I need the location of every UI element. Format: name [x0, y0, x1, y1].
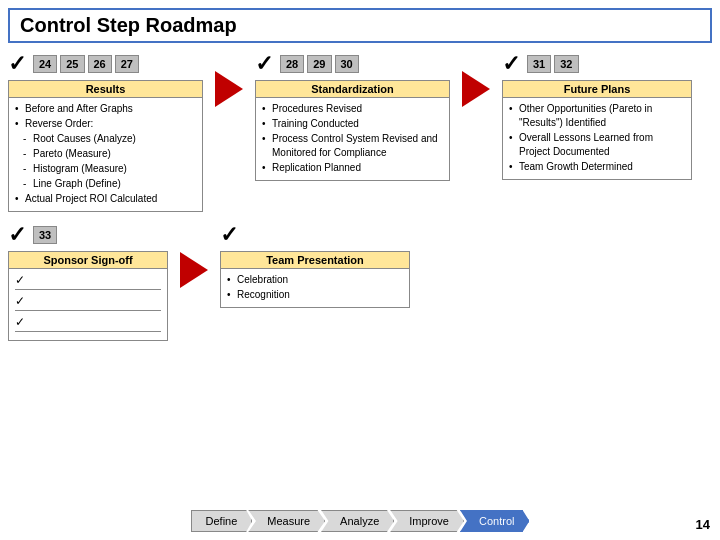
step-24: 24: [33, 55, 57, 73]
team-body: Celebration Recognition: [221, 269, 409, 307]
std-box: Standardization Procedures Revised Train…: [255, 80, 450, 181]
page-container: Control Step Roadmap ✓ 24 25 26 27 Resul…: [0, 0, 720, 540]
sign-line-3: ✓: [15, 315, 161, 332]
list-item: Reverse Order:: [15, 117, 196, 131]
arrow-1: [211, 71, 247, 107]
future-header: Future Plans: [503, 81, 691, 98]
results-header: Results: [9, 81, 202, 98]
step-25: 25: [60, 55, 84, 73]
tab-control[interactable]: Control: [460, 510, 529, 532]
arrow-3: [176, 252, 212, 288]
arrow-shape-3: [180, 252, 208, 288]
group-future: ✓ 31 32 Future Plans Other Opportunities…: [502, 51, 692, 180]
arrow-shape-2: [462, 71, 490, 107]
list-item: Actual Project ROI Calculated: [15, 192, 196, 206]
checkmark-future: ✓: [502, 51, 520, 77]
results-body: Before and After Graphs Reverse Order: R…: [9, 98, 202, 211]
future-body: Other Opportunities (Pareto in "Results"…: [503, 98, 691, 179]
sign-line-1: ✓: [15, 273, 161, 290]
arrow-2: [458, 71, 494, 107]
step-30: 30: [335, 55, 359, 73]
list-item: Other Opportunities (Pareto in "Results"…: [509, 102, 685, 130]
step-31: 31: [527, 55, 551, 73]
step-26: 26: [88, 55, 112, 73]
group-results: ✓ 24 25 26 27 Results Before and After G…: [8, 51, 203, 212]
list-item: Process Control System Revised and Monit…: [262, 132, 443, 160]
tab-define[interactable]: Define: [191, 510, 253, 532]
bottom-row: ✓ 33 Sponsor Sign-off ✓ ✓ ✓: [8, 222, 712, 341]
checkmark-sponsor: ✓: [8, 222, 26, 248]
list-item: Overall Lessons Learned from Project Doc…: [509, 131, 685, 159]
list-item: Training Conducted: [262, 117, 443, 131]
arrow-shape-1: [215, 71, 243, 107]
step-numbers-team: ✓: [220, 222, 410, 248]
future-box: Future Plans Other Opportunities (Pareto…: [502, 80, 692, 180]
sign-check-2: ✓: [15, 294, 25, 308]
list-item: Team Growth Determined: [509, 160, 685, 174]
list-item: Line Graph (Define): [15, 177, 196, 191]
step-28: 28: [280, 55, 304, 73]
list-item: Pareto (Measure): [15, 147, 196, 161]
list-item: Procedures Revised: [262, 102, 443, 116]
checkmark-std: ✓: [255, 51, 273, 77]
tab-measure[interactable]: Measure: [248, 510, 325, 532]
step-29: 29: [307, 55, 331, 73]
results-box: Results Before and After Graphs Reverse …: [8, 80, 203, 212]
group-standardization: ✓ 28 29 30 Standardization Procedures Re…: [255, 51, 450, 181]
step-27: 27: [115, 55, 139, 73]
page-number: 14: [696, 517, 710, 532]
list-item: Root Causes (Analyze): [15, 132, 196, 146]
title-box: Control Step Roadmap: [8, 8, 712, 43]
sign-line-2: ✓: [15, 294, 161, 311]
group-team: ✓ Team Presentation Celebration Recognit…: [220, 222, 410, 308]
top-row: ✓ 24 25 26 27 Results Before and After G…: [8, 51, 712, 212]
step-32: 32: [554, 55, 578, 73]
checkmark-team: ✓: [220, 222, 238, 248]
footer: Define Measure Analyze Improve Control: [0, 510, 720, 532]
sponsor-box: Sponsor Sign-off ✓ ✓ ✓: [8, 251, 168, 341]
group-sponsor: ✓ 33 Sponsor Sign-off ✓ ✓ ✓: [8, 222, 168, 341]
sign-check-3: ✓: [15, 315, 25, 329]
step-numbers-std: ✓ 28 29 30: [255, 51, 450, 77]
std-body: Procedures Revised Training Conducted Pr…: [256, 98, 449, 180]
list-item: Histogram (Measure): [15, 162, 196, 176]
team-header: Team Presentation: [221, 252, 409, 269]
list-item: Recognition: [227, 288, 403, 302]
tab-improve[interactable]: Improve: [390, 510, 464, 532]
checkmark-results: ✓: [8, 51, 26, 77]
std-header: Standardization: [256, 81, 449, 98]
sign-lines: ✓ ✓ ✓: [9, 269, 167, 340]
page-title: Control Step Roadmap: [20, 14, 237, 36]
step-numbers-results: ✓ 24 25 26 27: [8, 51, 203, 77]
step-numbers-future: ✓ 31 32: [502, 51, 692, 77]
step-numbers-sponsor: ✓ 33: [8, 222, 168, 248]
list-item: Before and After Graphs: [15, 102, 196, 116]
sign-check-1: ✓: [15, 273, 25, 287]
team-box: Team Presentation Celebration Recognitio…: [220, 251, 410, 308]
list-item: Replication Planned: [262, 161, 443, 175]
tab-analyze[interactable]: Analyze: [321, 510, 394, 532]
list-item: Celebration: [227, 273, 403, 287]
step-33: 33: [33, 226, 57, 244]
main-content: ✓ 24 25 26 27 Results Before and After G…: [8, 51, 712, 341]
sponsor-header: Sponsor Sign-off: [9, 252, 167, 269]
